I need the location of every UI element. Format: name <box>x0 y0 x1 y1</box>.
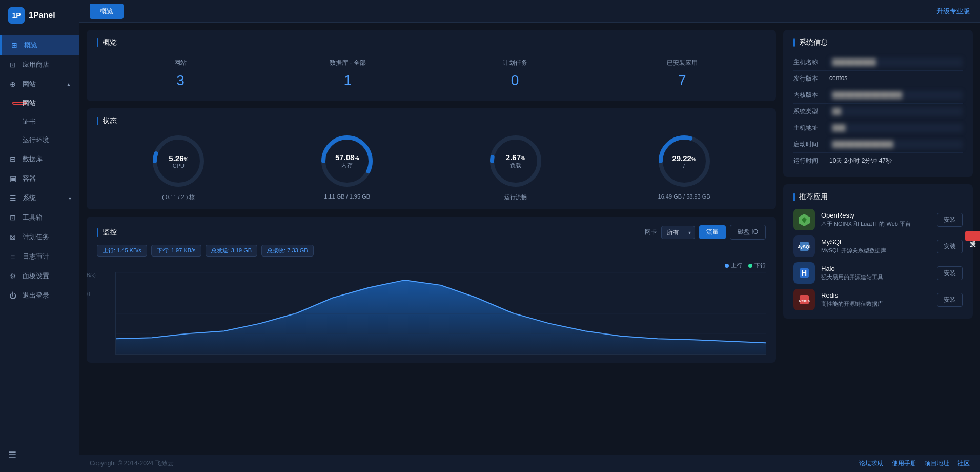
sidebar-item-logout[interactable]: ⏻ 退出登录 <box>0 286 79 305</box>
info-label: 主机地址 <box>793 124 829 132</box>
sidebar-item-database[interactable]: ⊟ 数据库 <box>0 149 79 169</box>
gauge-sub-cpu: ( 0.11 / 2 ) 核 <box>162 193 195 201</box>
info-value: ██ <box>829 107 963 116</box>
sidebar-collapse-btn[interactable]: ☰ <box>0 444 79 466</box>
sidebar-item-website[interactable]: ⊕ 网站 ▲ <box>0 74 79 94</box>
sidebar-item-panel-settings[interactable]: ⚙ 面板设置 <box>0 266 79 286</box>
app-desc-redis: 高性能的开源键值数据库 <box>821 300 931 308</box>
stat-apps-value: 7 <box>599 72 766 89</box>
info-value: ███ <box>829 124 963 132</box>
footer-links: 论坛求助使用手册项目地址社区 <box>859 459 970 468</box>
sidebar-item-scheduled[interactable]: ⊠ 计划任务 <box>0 227 79 247</box>
monitor-legend: 上行 下行 <box>97 262 766 269</box>
stat-database-value: 1 <box>264 72 431 89</box>
stat-website-label: 网站 <box>97 58 264 67</box>
sidebar-subitem-website[interactable]: 网站 <box>0 94 79 112</box>
app-item-openresty: OpenResty 基于 NGINX 和 LuaJIT 的 Web 平台 安装 <box>793 209 963 230</box>
stat-cron: 计划任务 0 <box>432 54 599 93</box>
database-icon: ⊟ <box>8 155 17 163</box>
gauge-disk: 29.22% / 16.49 GB / 58.93 GB <box>602 133 766 201</box>
app-info-mysql: MySQL MySQL 开源关系型数据库 <box>821 238 931 254</box>
info-value: 10天 2小时 2分钟 47秒 <box>829 156 963 165</box>
system-info-title: 系统信息 <box>793 38 963 47</box>
gauges-grid: 5.26% CPU ( 0.11 / 2 ) 核 57.08% 内存 <box>97 133 766 201</box>
gauge-circle-cpu: 5.26% CPU <box>150 133 207 189</box>
sidebar-item-label: 日志审计 <box>23 252 49 261</box>
monitor-stat-badge: 总发送: 3.19 GB <box>206 245 257 257</box>
feedback-button[interactable]: 反馈 <box>965 231 980 241</box>
sidebar-item-overview[interactable]: ⊞ 概览 <box>0 35 79 55</box>
grid-line <box>116 313 766 314</box>
app-name-openresty: OpenResty <box>821 211 931 219</box>
install-btn-mysql[interactable]: 安装 <box>937 240 963 253</box>
gauge-sub-load: 运行流畅 <box>504 193 527 201</box>
info-row: 主机地址 ███ <box>793 120 963 136</box>
footer-link[interactable]: 论坛求助 <box>859 459 884 468</box>
info-value: centos <box>829 74 963 83</box>
app-item-redis: Redis Redis 高性能的开源键值数据库 安装 <box>793 289 963 310</box>
system-info-card: 系统信息 主机名称 ██████████ 发行版本 centos 内核版本 ██… <box>783 30 973 177</box>
sidebar-item-system[interactable]: ☰ 系统 ▾ <box>0 188 79 208</box>
flow-btn[interactable]: 流量 <box>699 225 726 239</box>
stat-apps: 已安装应用 7 <box>599 54 766 93</box>
sidebar-subitem-runtime[interactable]: 运行环境 <box>0 131 79 149</box>
sidebar-subitem-cert[interactable]: 证书 <box>0 112 79 131</box>
content-area: 概览 网站 3 数据库 - 全部 1 计划任务 0 <box>79 23 980 455</box>
gauge-label-cpu: CPU <box>169 163 188 169</box>
logo-icon: 1P <box>8 7 25 24</box>
info-value: ██████████ <box>829 58 963 67</box>
footer-link[interactable]: 项目地址 <box>925 459 949 468</box>
gauge-sub-disk: 16.49 GB / 58.93 GB <box>658 193 710 200</box>
upgrade-link[interactable]: 升级专业版 <box>936 7 970 16</box>
sidebar-item-container[interactable]: ▣ 容器 <box>0 169 79 188</box>
sidebar-item-label: 数据库 <box>23 154 43 164</box>
grid-line <box>116 293 766 293</box>
gauge-circle-memory: 57.08% 内存 <box>319 133 375 189</box>
top-bar: 概览 升级专业版 <box>79 0 980 23</box>
monitor-title: 监控 <box>97 228 117 237</box>
stat-cron-label: 计划任务 <box>432 58 599 67</box>
app-info-openresty: OpenResty 基于 NGINX 和 LuaJIT 的 Web 平台 <box>821 211 931 228</box>
gauge-label-load: 负载 <box>506 162 525 169</box>
monitor-card: 监控 网卡 所有 流量 磁盘 IO 上行: 1.45 KB/s下行 <box>87 217 776 363</box>
monitor-stat-badge: 下行: 1.97 KB/s <box>151 245 201 257</box>
info-value: ████████████████ <box>829 91 963 100</box>
website-icon: ⊕ <box>8 80 17 88</box>
app-desc-mysql: MySQL 开源关系型数据库 <box>821 247 931 254</box>
info-label: 内核版本 <box>793 91 829 100</box>
sidebar-item-toolbox[interactable]: ⊡ 工具箱 <box>0 208 79 227</box>
info-label: 发行版本 <box>793 74 829 83</box>
grid-line <box>116 272 766 273</box>
footer-link[interactable]: 使用手册 <box>892 459 916 468</box>
subitem-label: 网站 <box>23 99 36 108</box>
stat-database-label: 数据库 - 全部 <box>264 58 431 67</box>
info-row: 主机名称 ██████████ <box>793 54 963 71</box>
sidebar-item-appstore[interactable]: ⊡ 应用商店 <box>0 55 79 74</box>
app-name-mysql: MySQL <box>821 238 931 246</box>
info-row: 运行时间 10天 2小时 2分钟 47秒 <box>793 153 963 169</box>
chart-y-labels: (KB/s) 100 80 60 40 <box>87 272 96 355</box>
sidebar-item-label: 系统 <box>23 193 36 203</box>
diskio-btn[interactable]: 磁盘 IO <box>730 225 766 240</box>
network-select[interactable]: 所有 <box>661 226 695 239</box>
sidebar-item-label: 计划任务 <box>23 232 49 242</box>
install-btn-redis[interactable]: 安装 <box>937 293 963 307</box>
install-btn-halo[interactable]: 安装 <box>937 266 963 280</box>
app-name-redis: Redis <box>821 291 931 299</box>
logo-text: 1Panel <box>29 11 55 20</box>
gauge-percent-memory: 57.08% <box>335 153 359 162</box>
overview-tab[interactable]: 概览 <box>90 4 124 19</box>
legend-download: 下行 <box>748 262 766 269</box>
app-desc-halo: 强大易用的开源建站工具 <box>821 273 931 281</box>
recommended-apps-card: 推荐应用 OpenResty 基于 NGINX 和 LuaJIT 的 Web 平… <box>783 184 973 319</box>
sidebar-item-logs[interactable]: ≡ 日志审计 <box>0 247 79 266</box>
footer-link[interactable]: 社区 <box>957 459 970 468</box>
footer: Copyright © 2014-2024 飞致云 论坛求助使用手册项目地址社区 <box>79 455 980 472</box>
info-row: 发行版本 centos <box>793 71 963 87</box>
info-value: ██████████████ <box>829 140 963 149</box>
info-label: 主机名称 <box>793 58 829 67</box>
network-label: 网卡 <box>645 228 657 237</box>
install-btn-openresty[interactable]: 安装 <box>937 213 963 227</box>
chart-area <box>115 272 766 355</box>
legend-upload: 上行 <box>725 262 742 269</box>
